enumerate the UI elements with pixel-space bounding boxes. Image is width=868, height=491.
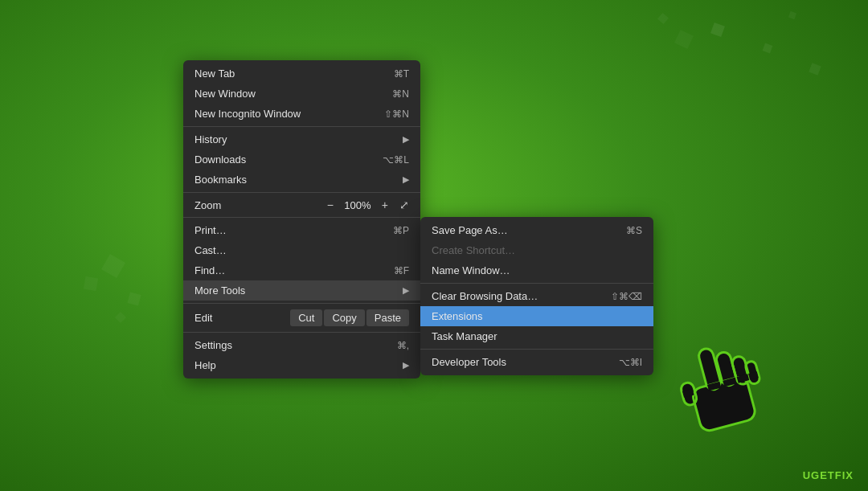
menu-item-cast[interactable]: Cast…	[183, 240, 420, 260]
menu-shortcut-new-tab: ⌘T	[394, 68, 409, 80]
submenu-separator-1	[420, 283, 653, 284]
menu-label-downloads: Downloads	[194, 153, 366, 166]
menu-shortcut-settings: ⌘,	[397, 340, 409, 351]
menu-item-history[interactable]: History ▶	[183, 129, 420, 149]
menu-item-downloads[interactable]: Downloads ⌥⌘L	[183, 149, 420, 170]
menu-item-more-tools[interactable]: More Tools ▶	[183, 280, 420, 301]
zoom-value-display: 100%	[342, 199, 374, 211]
menu-item-help[interactable]: Help ▶	[183, 355, 420, 375]
submenu-label-save-page: Save Page As…	[432, 224, 610, 236]
menu-label-bookmarks: Bookmarks	[194, 174, 396, 186]
menu-label-print: Print…	[194, 224, 377, 236]
submenu-item-name-window[interactable]: Name Window…	[420, 260, 653, 280]
menu-shortcut-downloads: ⌥⌘L	[383, 154, 409, 166]
submenu-label-task-manager: Task Manager	[432, 330, 642, 342]
menu-label-new-tab: New Tab	[194, 68, 378, 80]
submenu-item-task-manager[interactable]: Task Manager	[420, 326, 653, 346]
submenu-separator-2	[420, 349, 653, 350]
menu-shortcut-find: ⌘F	[394, 265, 409, 276]
submenu-label-create-shortcut: Create Shortcut…	[432, 244, 642, 256]
zoom-minus-button[interactable]: −	[324, 198, 337, 211]
menu-item-zoom: Zoom − 100% + ⤢	[183, 195, 420, 215]
menu-label-find: Find…	[194, 264, 378, 276]
submenu-shortcut-developer-tools: ⌥⌘I	[619, 357, 642, 368]
submenu-item-extensions[interactable]: Extensions	[420, 306, 653, 326]
more-tools-submenu: Save Page As… ⌘S Create Shortcut… Name W…	[420, 217, 653, 375]
menu-label-new-window: New Window	[194, 88, 376, 100]
submenu-label-developer-tools: Developer Tools	[432, 356, 603, 368]
submenu-label-clear-data: Clear Browsing Data…	[432, 290, 595, 302]
zoom-fullscreen-button[interactable]: ⤢	[399, 198, 409, 211]
menu-separator-4	[183, 303, 420, 304]
watermark-get: GET	[811, 469, 835, 481]
menu-separator-3	[183, 217, 420, 218]
submenu-label-extensions: Extensions	[432, 310, 642, 322]
cut-button[interactable]: Cut	[290, 309, 322, 326]
submenu-item-developer-tools[interactable]: Developer Tools ⌥⌘I	[420, 352, 653, 372]
menu-shortcut-new-window: ⌘N	[392, 88, 409, 100]
submenu-item-clear-data[interactable]: Clear Browsing Data… ⇧⌘⌫	[420, 286, 653, 306]
deco-square	[84, 276, 99, 292]
edit-actions-group: Cut Copy Paste	[290, 309, 409, 326]
paste-button[interactable]: Paste	[366, 309, 409, 326]
menu-label-cast: Cast…	[194, 244, 409, 256]
menu-label-help: Help	[194, 359, 396, 371]
menu-item-find[interactable]: Find… ⌘F	[183, 260, 420, 280]
menu-item-settings[interactable]: Settings ⌘,	[183, 335, 420, 355]
submenu-shortcut-clear-data: ⇧⌘⌫	[611, 291, 642, 302]
menu-item-print[interactable]: Print… ⌘P	[183, 220, 420, 240]
menu-item-new-tab[interactable]: New Tab ⌘T	[183, 63, 420, 84]
chrome-main-menu: New Tab ⌘T New Window ⌘N New Incognito W…	[183, 60, 420, 378]
menu-separator-2	[183, 192, 420, 193]
zoom-controls: − 100% + ⤢	[324, 198, 409, 211]
menu-separator-1	[183, 126, 420, 127]
menu-shortcut-print: ⌘P	[393, 225, 409, 236]
zoom-plus-button[interactable]: +	[379, 198, 391, 211]
menu-label-zoom: Zoom	[194, 199, 324, 211]
watermark: UGETFIX	[803, 469, 854, 481]
menu-item-edit: Edit Cut Copy Paste	[183, 306, 420, 329]
menu-shortcut-new-incognito: ⇧⌘N	[384, 108, 409, 120]
menu-label-more-tools: More Tools	[194, 284, 396, 297]
submenu-shortcut-save-page: ⌘S	[626, 225, 642, 236]
menu-item-new-incognito[interactable]: New Incognito Window ⇧⌘N	[183, 104, 420, 124]
menu-item-bookmarks[interactable]: Bookmarks ▶	[183, 170, 420, 190]
copy-button[interactable]: Copy	[324, 309, 364, 326]
submenu-item-create-shortcut: Create Shortcut…	[420, 240, 653, 260]
arrow-icon-bookmarks: ▶	[403, 174, 409, 185]
arrow-icon-more-tools: ▶	[403, 285, 409, 296]
menu-label-new-incognito: New Incognito Window	[194, 108, 368, 120]
menu-label-settings: Settings	[194, 339, 381, 351]
submenu-label-name-window: Name Window…	[432, 264, 642, 276]
menu-label-edit: Edit	[194, 312, 290, 324]
cursor-hand	[667, 334, 772, 439]
submenu-item-save-page[interactable]: Save Page As… ⌘S	[420, 220, 653, 240]
menu-label-history: History	[194, 133, 396, 145]
arrow-icon-help: ▶	[403, 360, 409, 370]
arrow-icon-history: ▶	[403, 134, 409, 145]
watermark-u: U	[803, 469, 811, 481]
menu-separator-5	[183, 332, 420, 333]
menu-item-new-window[interactable]: New Window ⌘N	[183, 84, 420, 104]
watermark-fix: FIX	[835, 469, 854, 481]
